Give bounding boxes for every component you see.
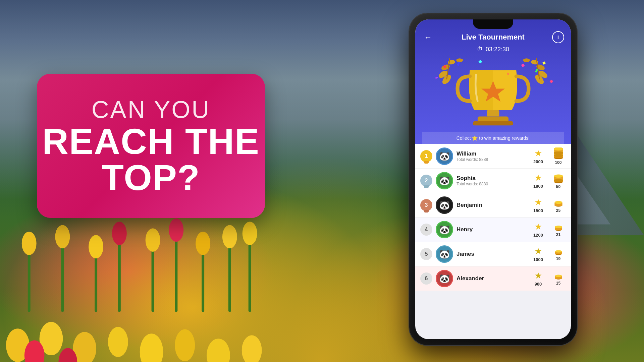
- svg-point-58: [554, 175, 562, 178]
- coin-area-william: 100: [551, 147, 566, 165]
- avatar-james: 🐼: [436, 245, 453, 263]
- player-words-sophia: Total words: 8880: [457, 182, 526, 186]
- coins-benjamin: 25: [556, 208, 560, 213]
- star-icon-james: ★: [534, 246, 542, 256]
- avatar-alexander: 🐼: [436, 270, 453, 287]
- player-info-alexander: Alexander: [457, 275, 526, 282]
- promo-line3: TOP?: [102, 160, 200, 196]
- score-henry: 1200: [533, 233, 543, 238]
- star-icon-william: ★: [534, 148, 542, 159]
- avatar-sophia: 🐼: [436, 172, 453, 189]
- svg-point-56: [554, 179, 562, 182]
- rank-badge-1: 1: [420, 150, 432, 162]
- phone-frame: ← Live Taournement i ⏱ 03:22:30: [409, 13, 577, 345]
- coin-area-benjamin: 25: [551, 197, 566, 213]
- app-title: Live Taournement: [462, 33, 525, 42]
- coin-area-james: 19: [551, 247, 566, 261]
- coin-stack-sophia: [553, 172, 564, 184]
- coin-area-sophia: 50: [551, 172, 566, 189]
- rank-badge-4: 4: [420, 224, 432, 236]
- phone-screen: ← Live Taournement i ⏱ 03:22:30: [415, 19, 571, 339]
- score-area-sophia: ★ 1800: [529, 173, 547, 189]
- svg-point-32: [456, 58, 463, 62]
- coin-area-alexander: 15: [551, 272, 566, 286]
- avatar-benjamin: 🐼: [436, 196, 453, 214]
- score-area-alexander: ★ 900: [529, 270, 547, 287]
- player-name-henry: Henry: [457, 226, 526, 233]
- player-info-henry: Henry: [457, 226, 526, 233]
- coin-stack-william: [552, 147, 565, 160]
- timer-row: ⏱ 03:22:30: [422, 46, 564, 53]
- star-icon-benjamin: ★: [534, 197, 542, 207]
- coin-stack-henry: [554, 222, 563, 232]
- rank-badge-6: 6: [420, 273, 432, 285]
- rank-number-6: 6: [425, 276, 428, 282]
- back-button[interactable]: ←: [422, 31, 434, 43]
- clock-icon: ⏱: [477, 46, 483, 53]
- rank-number-2: 2: [425, 178, 428, 184]
- coin-area-henry: 21: [551, 222, 566, 237]
- info-button[interactable]: i: [552, 31, 564, 43]
- svg-point-50: [554, 151, 563, 155]
- player-name-alexander: Alexander: [457, 275, 526, 282]
- svg-point-67: [555, 250, 561, 252]
- avatar-henry: 🐼: [436, 221, 453, 238]
- player-info-james: James: [457, 251, 526, 257]
- player-words-william: Total words: 8888: [457, 157, 526, 162]
- collect-text: Collect ⭐ to win amazing rewards!: [457, 135, 530, 141]
- star-icon-sophia: ★: [534, 173, 542, 183]
- svg-rect-41: [487, 110, 499, 116]
- rank-badge-3: 3: [420, 199, 432, 211]
- header-top-row: ← Live Taournement i: [422, 31, 564, 43]
- svg-point-70: [555, 275, 561, 277]
- promo-line1: CAN YOU: [92, 96, 211, 123]
- coin-stack-james: [554, 247, 563, 256]
- phone-notch: [473, 19, 513, 29]
- player-name-william: William: [457, 150, 526, 157]
- table-row: 4 🐼 Henry ★ 1200: [415, 218, 571, 242]
- coins-henry: 21: [556, 232, 560, 237]
- score-william: 2000: [533, 159, 543, 164]
- trophy-area: [422, 58, 564, 132]
- coins-william: 100: [555, 160, 561, 165]
- rank-badge-2: 2: [420, 175, 432, 187]
- rank-number-1: 1: [425, 153, 428, 159]
- score-sophia: 1800: [533, 184, 543, 189]
- avatar-william: 🐼: [436, 147, 453, 165]
- table-row: 5 🐼 James ★ 1000: [415, 242, 571, 266]
- table-row: 1 🐼 William Total words: 8888 ★ 2000: [415, 144, 571, 169]
- rank-number-5: 5: [425, 251, 428, 257]
- coin-stack-benjamin: [553, 197, 564, 207]
- rank-number-4: 4: [425, 227, 428, 233]
- score-alexander: 900: [535, 282, 542, 287]
- score-james: 1000: [533, 257, 543, 262]
- player-info-william: William Total words: 8888: [457, 150, 526, 162]
- score-area-william: ★ 2000: [529, 148, 547, 164]
- player-info-benjamin: Benjamin: [457, 202, 526, 208]
- timer-value: 03:22:30: [486, 46, 509, 53]
- svg-rect-43: [473, 121, 513, 125]
- collect-bar: Collect ⭐ to win amazing rewards!: [422, 132, 564, 144]
- score-area-henry: ★ 1200: [529, 222, 547, 238]
- promo-line2: REACH THE: [42, 123, 260, 160]
- player-info-sophia: Sophia Total words: 8880: [457, 175, 526, 186]
- svg-point-38: [523, 58, 530, 62]
- score-area-james: ★ 1000: [529, 246, 547, 262]
- star-icon-henry: ★: [534, 222, 542, 232]
- leaderboard: 1 🐼 William Total words: 8888 ★ 2000: [415, 144, 571, 291]
- svg-point-64: [555, 226, 562, 228]
- coins-james: 19: [556, 256, 560, 261]
- player-name-benjamin: Benjamin: [457, 202, 526, 208]
- rank-number-3: 3: [425, 202, 428, 208]
- table-row: 6 🐼 Alexander ★ 900: [415, 266, 571, 291]
- player-name-james: James: [457, 251, 526, 257]
- phone-device: ← Live Taournement i ⏱ 03:22:30: [409, 13, 577, 345]
- player-name-sophia: Sophia: [457, 175, 526, 182]
- star-icon-alexander: ★: [534, 270, 542, 281]
- rank-badge-5: 5: [420, 248, 432, 260]
- table-row: 3 🐼 Benjamin ★ 1500: [415, 193, 571, 218]
- promo-card: CAN YOU REACH THE TOP?: [37, 74, 265, 218]
- coins-sophia: 50: [556, 184, 560, 189]
- coin-stack-alexander: [554, 272, 563, 280]
- score-benjamin: 1500: [533, 208, 543, 213]
